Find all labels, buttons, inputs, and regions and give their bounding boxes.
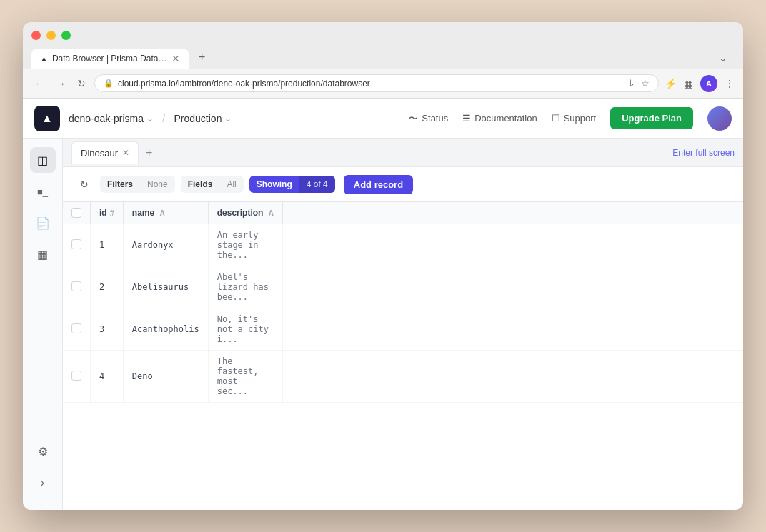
model-tab-close-button[interactable]: ✕ xyxy=(122,149,129,157)
filters-button[interactable]: Filters xyxy=(100,176,140,193)
row-checkbox-cell xyxy=(63,351,91,403)
row-name-cell: Abelisaurus xyxy=(123,266,208,308)
row-name-cell: Deno xyxy=(123,351,208,403)
fields-group: Fields All xyxy=(181,176,244,193)
row-description-cell: No, it's not a city i... xyxy=(208,308,282,351)
table-row[interactable]: 3AcanthopholisNo, it's not a city i... xyxy=(63,308,743,351)
fields-value: All xyxy=(219,176,243,193)
table-row[interactable]: 2AbelisaurusAbel's lizard has bee... xyxy=(63,266,743,308)
title-bar: ▲ Data Browser | Prisma Data Pl... ✕ + ⌄ xyxy=(23,22,743,69)
browser-window: ▲ Data Browser | Prisma Data Pl... ✕ + ⌄… xyxy=(23,22,743,510)
app-header: ▲ deno-oak-prisma ⌄ / Production ⌄ 〜 Sta… xyxy=(23,99,743,139)
menu-icon[interactable]: ⋮ xyxy=(725,78,735,89)
tab-close-button[interactable]: ✕ xyxy=(171,54,180,64)
model-tab-dinosaur[interactable]: Dinosaur ✕ xyxy=(71,141,139,164)
sidebar-item-data-browser[interactable]: ◫ xyxy=(30,147,56,173)
row-checkbox[interactable] xyxy=(71,281,81,291)
fields-button[interactable]: Fields xyxy=(181,176,220,193)
workspace-selector[interactable]: deno-oak-prisma ⌄ xyxy=(69,113,154,124)
forward-button[interactable]: → xyxy=(53,76,69,91)
documentation-link[interactable]: ☰ Documentation xyxy=(462,113,537,124)
status-label: Status xyxy=(422,113,448,124)
fullscreen-link[interactable]: Enter full screen xyxy=(672,148,735,158)
table-header-row: id # name A description A xyxy=(63,202,743,224)
refresh-button[interactable]: ↻ xyxy=(74,174,94,194)
browser-tabs-bar: ▲ Data Browser | Prisma Data Pl... ✕ + ⌄ xyxy=(31,46,735,69)
header-actions: 〜 Status ☰ Documentation ☐ Support Upgra… xyxy=(409,106,732,131)
terminal-icon: ■_ xyxy=(37,186,48,197)
close-button[interactable] xyxy=(31,31,41,40)
row-description-cell: Abel's lizard has bee... xyxy=(208,266,282,308)
row-checkbox[interactable] xyxy=(71,371,81,381)
support-link[interactable]: ☐ Support xyxy=(552,113,597,124)
profile-icon[interactable]: A xyxy=(700,75,717,92)
table-icon: ▦ xyxy=(37,248,48,261)
reload-button[interactable]: ↻ xyxy=(74,76,89,91)
row-id-cell: 4 xyxy=(91,351,124,403)
support-label: Support xyxy=(564,113,597,124)
workspace-chevron-icon: ⌄ xyxy=(146,114,154,124)
app-logo: ▲ xyxy=(34,106,60,131)
model-tab-label: Dinosaur xyxy=(81,148,118,159)
th-id-label: id xyxy=(99,208,107,218)
th-name: name A xyxy=(123,202,208,224)
row-id-cell: 3 xyxy=(91,308,124,351)
showing-count: 4 of 4 xyxy=(299,176,335,193)
row-spacer-cell xyxy=(282,224,743,266)
tab-expand-button[interactable]: ⌄ xyxy=(712,47,735,69)
sidebar-item-document[interactable]: 📄 xyxy=(30,210,56,236)
environment-name: Production xyxy=(174,113,222,124)
row-id-cell: 1 xyxy=(91,224,124,266)
user-avatar[interactable] xyxy=(707,106,732,131)
sidebar-expand-button[interactable]: › xyxy=(30,470,56,496)
status-link[interactable]: 〜 Status xyxy=(409,112,448,125)
row-checkbox[interactable] xyxy=(71,323,81,333)
th-name-sort-icon: A xyxy=(159,209,164,217)
row-spacer-cell xyxy=(282,266,743,308)
support-icon: ☐ xyxy=(552,113,560,124)
minimize-button[interactable] xyxy=(46,31,56,40)
row-name-cell: Acanthopholis xyxy=(123,308,208,351)
sidebar-item-table[interactable]: ▦ xyxy=(30,241,56,267)
download-icon[interactable]: ⇓ xyxy=(627,78,635,89)
row-checkbox-cell xyxy=(63,308,91,351)
th-id: id # xyxy=(91,202,124,224)
add-record-button[interactable]: Add record xyxy=(344,175,413,194)
table-row[interactable]: 4DenoThe fastest, most sec... xyxy=(63,351,743,403)
tab-favicon: ▲ xyxy=(40,54,48,63)
sidebar-item-settings[interactable]: ⚙ xyxy=(30,438,56,464)
table-row[interactable]: 1AardonyxAn early stage in the... xyxy=(63,224,743,266)
th-description-sort-icon: A xyxy=(269,209,274,217)
extensions-icon[interactable]: ⚡ xyxy=(665,78,677,89)
th-checkbox xyxy=(63,202,91,224)
address-text: cloud.prisma.io/lambtron/deno-oak-prisma… xyxy=(118,79,623,89)
lock-icon: 🔒 xyxy=(104,79,114,88)
star-icon[interactable]: ☆ xyxy=(641,78,650,89)
row-spacer-cell xyxy=(282,351,743,403)
sidebar-bottom: ⚙ › xyxy=(30,438,56,501)
showing-label: Showing xyxy=(249,176,299,193)
sidebar-toggle-icon[interactable]: ▦ xyxy=(684,78,693,89)
data-browser-icon: ◫ xyxy=(37,154,48,167)
environment-selector[interactable]: Production ⌄ xyxy=(174,113,232,124)
address-input[interactable]: 🔒 cloud.prisma.io/lambtron/deno-oak-pris… xyxy=(94,74,659,92)
showing-group: Showing 4 of 4 xyxy=(249,176,335,193)
back-button[interactable]: ← xyxy=(31,76,47,91)
toolbar: ↻ Filters None Fields All Showing 4 of 4… xyxy=(63,167,743,202)
add-model-tab-button[interactable]: + xyxy=(141,145,156,161)
maximize-button[interactable] xyxy=(61,31,71,40)
header-checkbox[interactable] xyxy=(71,208,81,218)
row-spacer-cell xyxy=(282,308,743,351)
row-checkbox[interactable] xyxy=(71,239,81,249)
main-layout: ◫ ■_ 📄 ▦ ⚙ › xyxy=(23,139,743,510)
upgrade-plan-button[interactable]: Upgrade Plan xyxy=(610,107,693,129)
document-icon: 📄 xyxy=(36,216,50,230)
docs-icon: ☰ xyxy=(462,113,471,124)
row-checkbox-cell xyxy=(63,266,91,308)
new-tab-button[interactable]: + xyxy=(192,46,212,69)
documentation-label: Documentation xyxy=(474,113,537,124)
th-id-sort-icon: # xyxy=(110,209,114,217)
browser-actions: ⚡ ▦ A ⋮ xyxy=(665,75,735,92)
browser-tab-active[interactable]: ▲ Data Browser | Prisma Data Pl... ✕ xyxy=(31,49,189,69)
sidebar-item-terminal[interactable]: ■_ xyxy=(30,179,56,204)
